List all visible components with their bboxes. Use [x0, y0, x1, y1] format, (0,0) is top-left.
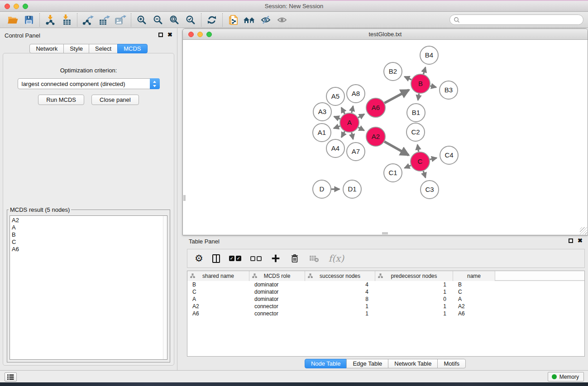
fullscreen-window-button[interactable]: [23, 4, 28, 9]
search-box[interactable]: [449, 14, 583, 25]
table-cell[interactable]: 8: [305, 295, 375, 303]
graph-node-C1[interactable]: C1: [384, 164, 402, 182]
graph-node-A4[interactable]: A4: [326, 139, 344, 157]
graph-node-A[interactable]: A: [340, 113, 359, 132]
new-network-button[interactable]: [225, 13, 241, 27]
resize-grip[interactable]: [580, 227, 587, 234]
table-cell[interactable]: dominator: [249, 281, 305, 288]
graph-node-A1[interactable]: A1: [313, 124, 331, 142]
graph-node-C2[interactable]: C2: [406, 123, 425, 141]
column-header-successor-nodes[interactable]: successor nodes: [305, 271, 375, 281]
tab-network-table[interactable]: Network Table: [388, 359, 438, 368]
network-canvas[interactable]: B4B2BB3A5A8A3A6B1AA1C2A2A4A7CC4C1C3DD1: [183, 40, 588, 235]
memory-button[interactable]: Memory: [548, 372, 584, 381]
float-table-panel-icon[interactable]: [569, 238, 573, 243]
column-header-MCDS-role[interactable]: MCDS role: [249, 271, 305, 281]
split-panes-icon[interactable]: [212, 252, 220, 265]
add-column-icon[interactable]: [271, 252, 281, 265]
table-cell[interactable]: A6: [187, 310, 249, 317]
mcds-result-item[interactable]: C: [12, 238, 167, 246]
table-row[interactable]: A6connector11A6: [187, 310, 584, 317]
table-cell[interactable]: 1: [305, 303, 375, 310]
table-cell[interactable]: A2: [453, 303, 495, 310]
column-header-predecessor-nodes[interactable]: predecessor nodes: [375, 271, 453, 281]
table-cell[interactable]: dominator: [249, 295, 305, 303]
table-cell[interactable]: B: [453, 281, 495, 288]
table-cell[interactable]: C: [453, 288, 495, 295]
mcds-result-item[interactable]: A6: [12, 246, 167, 253]
graph-edge-A-A5[interactable]: [341, 108, 344, 114]
open-session-button[interactable]: [5, 13, 21, 27]
table-cell[interactable]: 1: [375, 303, 453, 310]
graph-edge-A-A7[interactable]: [352, 133, 353, 139]
maximize-network-window-button[interactable]: [206, 32, 212, 37]
mcds-result-list[interactable]: A2ABCA6: [10, 215, 167, 360]
close-network-window-button[interactable]: [188, 32, 194, 37]
graph-edge-A-A4[interactable]: [341, 131, 344, 137]
table-row[interactable]: A2connector11A2: [187, 303, 584, 310]
task-history-button[interactable]: [5, 372, 17, 381]
deselect-all-icon[interactable]: [250, 252, 262, 265]
graph-edge-B-B2[interactable]: [405, 76, 411, 80]
graph-edge-A-A1[interactable]: [334, 126, 340, 129]
graph-edge-C-C3[interactable]: [423, 171, 425, 178]
zoom-out-button[interactable]: [150, 13, 166, 27]
table-cell[interactable]: C: [187, 288, 249, 295]
run-mcds-button[interactable]: Run MCDS: [38, 95, 84, 105]
close-panel-icon[interactable]: ✖: [167, 31, 172, 38]
table-row[interactable]: Cdominator41C: [187, 288, 584, 295]
graph-node-A5[interactable]: A5: [326, 87, 344, 105]
graph-node-A6[interactable]: A6: [366, 98, 385, 117]
table-row[interactable]: Adominator80A: [187, 295, 584, 303]
tab-motifs[interactable]: Motifs: [437, 359, 466, 368]
table-cell[interactable]: B: [187, 281, 249, 288]
home-button[interactable]: [241, 13, 258, 27]
graph-edge-A-A8[interactable]: [352, 106, 353, 113]
show-visibility-button[interactable]: [274, 13, 290, 27]
graph-node-A7[interactable]: A7: [347, 143, 365, 161]
graph-edge-C-C4[interactable]: [430, 158, 437, 159]
graph-node-B[interactable]: B: [411, 74, 430, 93]
graph-edge-C-C1[interactable]: [405, 166, 411, 168]
tab-select[interactable]: Select: [89, 44, 118, 53]
criterion-select[interactable]: largest connected component (directed): [18, 78, 160, 89]
graph-edge-A-A3[interactable]: [334, 116, 340, 119]
close-window-button[interactable]: [5, 4, 10, 9]
table-cell[interactable]: 1: [375, 288, 453, 295]
vertical-scroll-nub[interactable]: [183, 195, 186, 201]
graph-edge-B-B1[interactable]: [418, 94, 419, 100]
table-cell[interactable]: connector: [249, 303, 305, 310]
graph-node-B2[interactable]: B2: [384, 62, 402, 81]
scrollbar-track[interactable]: [163, 216, 167, 359]
table-cell[interactable]: 0: [375, 295, 453, 303]
table-cell[interactable]: 1: [375, 281, 453, 288]
import-table-button[interactable]: [58, 13, 75, 27]
table-cell[interactable]: 1: [305, 310, 375, 317]
tab-edge-table[interactable]: Edge Table: [346, 359, 388, 368]
graph-edge-C-C2[interactable]: [417, 145, 418, 152]
minimize-network-window-button[interactable]: [197, 32, 203, 37]
graph-node-B1[interactable]: B1: [407, 104, 425, 122]
network-window-titlebar[interactable]: testGlobe.txt: [183, 29, 588, 40]
graph-edge-A6-B[interactable]: [384, 90, 409, 103]
table-row[interactable]: Bdominator41B: [187, 281, 584, 288]
zoom-fit-button[interactable]: [166, 13, 182, 27]
table-cell[interactable]: A2: [187, 303, 249, 310]
delete-column-icon[interactable]: [290, 252, 300, 265]
graph-node-A2[interactable]: A2: [366, 127, 385, 146]
export-image-button[interactable]: [112, 13, 129, 27]
zoom-in-button[interactable]: [134, 13, 150, 27]
graph-edge-B-B3[interactable]: [430, 86, 436, 87]
mcds-result-item[interactable]: B: [12, 231, 167, 238]
table-cell[interactable]: connector: [249, 310, 305, 317]
column-header-name[interactable]: name: [453, 271, 495, 281]
table-cell[interactable]: A6: [453, 310, 495, 317]
mcds-result-item[interactable]: A: [12, 224, 167, 231]
tab-mcds[interactable]: MCDS: [117, 44, 147, 53]
mcds-result-item[interactable]: A2: [12, 217, 167, 224]
graph-node-C[interactable]: C: [411, 152, 430, 171]
refresh-button[interactable]: [204, 13, 220, 27]
hide-visibility-button[interactable]: [258, 13, 274, 27]
graph-edge-B-B4[interactable]: [423, 67, 425, 74]
tab-node-table[interactable]: Node Table: [305, 359, 347, 368]
